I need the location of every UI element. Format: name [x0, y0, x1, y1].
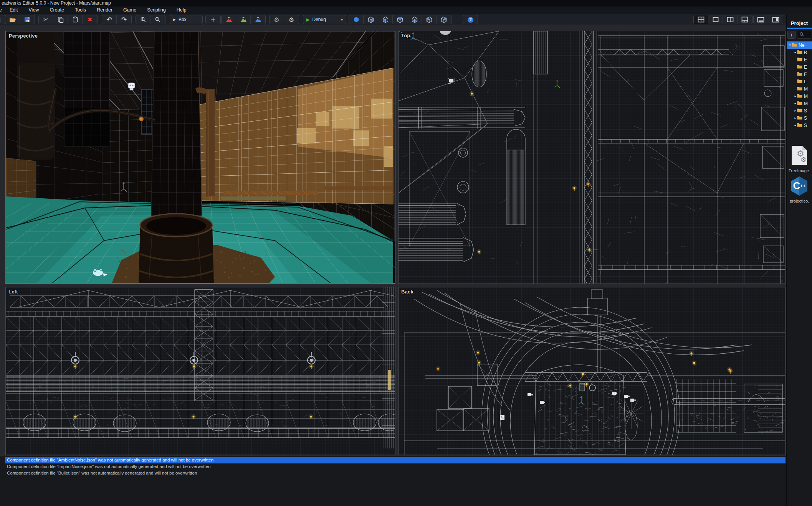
paste-button[interactable] [68, 15, 83, 24]
cube-right-icon [441, 16, 447, 23]
chevron-expanded-icon[interactable]: ▾ [788, 43, 792, 47]
zoom-in-icon [140, 16, 146, 23]
gear-outline-icon: ⚙ [274, 16, 279, 23]
folder-icon [797, 94, 802, 99]
console-message-2[interactable]: Component definition file "Bullet.json" … [5, 470, 786, 476]
menu-item-help[interactable]: Help [171, 7, 192, 14]
menu-item-e[interactable]: e [0, 7, 4, 14]
menu-item-game[interactable]: Game [118, 7, 142, 14]
cube-bottom-icon [412, 16, 418, 23]
viewport-back[interactable]: Back [398, 287, 786, 455]
terrain-raise-button[interactable] [222, 15, 236, 24]
tree-item-2[interactable]: E [787, 56, 812, 63]
layout-columns-button[interactable] [723, 15, 738, 24]
cube-front-icon [368, 16, 374, 23]
terrain-smooth-button[interactable] [236, 15, 251, 24]
view-back-button[interactable] [378, 15, 393, 24]
window-title: eadwerks Editor 5.0.0 - New Project - Ma… [0, 0, 812, 7]
primitive-selector[interactable]: ▶ Box [170, 15, 203, 24]
menu-item-render[interactable]: Render [91, 7, 118, 14]
tree-item-9[interactable]: ▸S [787, 107, 812, 114]
open-button[interactable] [5, 15, 20, 24]
layout-quad-button[interactable] [694, 15, 708, 24]
add-button[interactable]: + [206, 15, 220, 24]
cut-button[interactable]: ✂ [39, 15, 53, 24]
layout-split-button[interactable] [738, 15, 752, 24]
project-file-1[interactable]: C++projectico. [787, 176, 812, 203]
panel-right-icon [772, 17, 779, 23]
console-message-1[interactable]: Component definition file "ImpactNoise.j… [5, 463, 786, 470]
view-front-button[interactable] [364, 15, 378, 24]
viewport-area: Perspective Top Left Back [0, 25, 786, 456]
delete-button[interactable]: ✖ [83, 15, 97, 24]
tree-item-5[interactable]: L [787, 78, 812, 85]
project-files: ⚙⚙FreeImage.C++projectico. [787, 145, 812, 203]
view-bottom-button[interactable] [407, 15, 422, 24]
tree-item-label: F [804, 72, 807, 77]
console-message-0[interactable]: Component definition file "AmbientNoise.… [5, 457, 786, 463]
viewport-left[interactable]: Left [5, 287, 395, 455]
menu-item-scripting[interactable]: Scripting [142, 7, 171, 14]
new-file-button[interactable] [0, 15, 5, 24]
copy-button[interactable] [53, 15, 68, 24]
add-asset-button[interactable]: + [787, 31, 795, 39]
chevron-collapsed-icon[interactable]: ▸ [794, 109, 797, 112]
folder-icon [797, 79, 802, 84]
toggle-bottom-panel-button[interactable] [754, 15, 768, 24]
toolbar-group-7: ⚙⚙ [269, 15, 299, 24]
save-button[interactable] [20, 15, 35, 24]
chevron-collapsed-icon[interactable]: ▸ [794, 116, 797, 120]
layout-single-button[interactable] [708, 15, 723, 24]
chevron-collapsed-icon[interactable]: ▸ [794, 94, 797, 98]
undo-button[interactable]: ↶ [102, 15, 117, 24]
tree-item-label: S [804, 108, 807, 114]
redo-button[interactable]: ↷ [117, 15, 131, 24]
tree-item-8[interactable]: ▸M [787, 100, 812, 107]
zoom-out-button[interactable] [150, 15, 165, 24]
help-button[interactable]: ? [463, 15, 478, 24]
run-mode-selector[interactable]: ▶ Debug ▾ [303, 15, 346, 24]
menu-item-view[interactable]: View [23, 7, 45, 14]
tree-item-0[interactable]: ▾Ne [787, 41, 812, 49]
tree-item-7[interactable]: ▸M [787, 92, 812, 100]
tree-item-1[interactable]: ▸B [787, 49, 812, 56]
view-left-button[interactable] [422, 15, 437, 24]
settings-button[interactable]: ⚙ [284, 15, 299, 24]
menu-item-tools[interactable]: Tools [69, 7, 91, 14]
cube-top-icon [397, 16, 403, 23]
view-perspective-button[interactable] [349, 15, 364, 24]
chevron-collapsed-icon[interactable]: ▸ [794, 124, 797, 127]
viewport-label-left: Left [8, 289, 18, 295]
viewport-top[interactable]: Top [398, 31, 786, 284]
tree-item-11[interactable]: ▸S [787, 122, 812, 129]
tree-item-label: B [804, 50, 807, 55]
chevron-collapsed-icon[interactable]: ▸ [794, 51, 797, 54]
toolbar-group-10 [693, 15, 752, 24]
menu-item-edit[interactable]: Edit [4, 7, 23, 14]
viewport-label-back: Back [401, 289, 413, 295]
project-file-0[interactable]: ⚙⚙FreeImage. [787, 145, 812, 173]
toggle-right-panel-button[interactable] [768, 15, 783, 24]
project-panel: Project + ▾Ne▸BEEFLM▸M▸M▸S▸S▸S ⚙⚙FreeIma… [786, 14, 812, 506]
folder-icon [797, 101, 802, 106]
terrain-paint-button[interactable] [251, 15, 265, 24]
terrain-red-icon [225, 16, 232, 23]
chevron-collapsed-icon[interactable]: ▸ [794, 102, 797, 105]
cpp-icon: C++ [790, 176, 809, 198]
settings-outline-button[interactable]: ⚙ [270, 15, 284, 24]
tree-item-10[interactable]: ▸S [787, 114, 812, 122]
tree-item-label: M [804, 101, 808, 106]
search-input[interactable] [797, 31, 811, 39]
tab-project[interactable]: Project [787, 14, 812, 28]
tree-item-label: E [804, 57, 807, 63]
tree-item-6[interactable]: M [787, 85, 812, 92]
view-top-button[interactable] [393, 15, 407, 24]
tree-item-3[interactable]: E [787, 63, 812, 71]
zoom-in-button[interactable] [136, 15, 150, 24]
view-right-button[interactable] [437, 15, 451, 24]
menu-item-create[interactable]: Create [44, 7, 69, 14]
tree-item-4[interactable]: F [787, 71, 812, 78]
viewport-perspective[interactable]: Perspective [5, 31, 395, 284]
toolbar-group-3: ↶↷ [102, 15, 132, 24]
search-icon [799, 31, 804, 38]
